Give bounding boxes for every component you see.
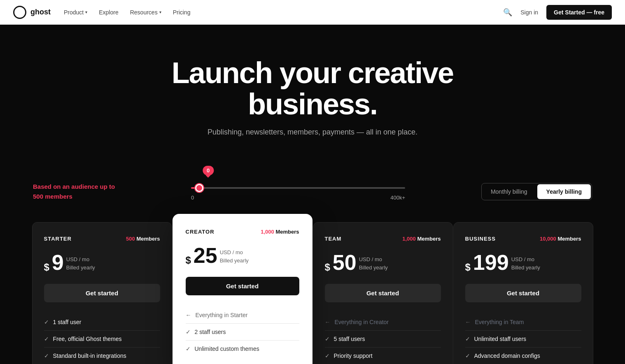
audience-label: Based on an audience up to 500 members	[33, 182, 115, 202]
price-meta-starter: USD / mo Billed yearly	[66, 255, 95, 273]
plan-team: TEAM 1,000 Members $ 50 USD / mo Billed …	[313, 222, 453, 364]
check-icon: ✓	[465, 336, 470, 342]
plan-starter: STARTER 500 Members $ 9 USD / mo Billed …	[32, 222, 172, 364]
nav-explore[interactable]: Explore	[99, 9, 118, 16]
price-dollar-creator: $	[186, 255, 191, 266]
feature-item: ✓ Unlimited staff users	[465, 331, 581, 348]
signin-link[interactable]: Sign in	[520, 9, 538, 16]
chevron-down-icon: ▾	[85, 10, 87, 14]
check-icon: ✓	[465, 352, 470, 359]
plan-name-team: TEAM	[325, 236, 342, 242]
check-icon: ✓	[186, 345, 191, 352]
features-team: ← Everything in Creator ✓ 5 staff users …	[325, 314, 441, 364]
audience-slider[interactable]	[191, 187, 405, 189]
cta-creator[interactable]: Get started	[186, 277, 299, 295]
plan-name-business: BUSINESS	[465, 236, 496, 242]
main-nav: ghost Product ▾ Explore Resources ▾ Pric…	[0, 0, 625, 25]
controls-section: Based on an audience up to 500 members 0…	[0, 182, 625, 222]
nav-pricing[interactable]: Pricing	[173, 9, 191, 16]
hero-headline: Launch your creative business.	[127, 58, 498, 120]
check-icon: ✓	[325, 352, 330, 359]
plan-members-business: 10,000 Members	[540, 236, 581, 242]
check-icon: ✓	[186, 329, 191, 335]
plan-members-starter: 500 Members	[126, 236, 160, 242]
check-icon: ✓	[325, 336, 330, 342]
check-icon: ✓	[44, 352, 49, 359]
price-amount-creator: 25	[194, 245, 217, 266]
plan-creator: CREATOR 1,000 Members $ 25 USD / mo Bill…	[173, 214, 312, 364]
slider-tooltip: 0	[203, 166, 214, 175]
plan-members-team: 1,000 Members	[402, 236, 441, 242]
plan-name-starter: STARTER	[44, 236, 72, 242]
audience-count: 500	[33, 193, 43, 200]
price-amount-team: 50	[333, 252, 357, 273]
logo-text: ghost	[30, 8, 51, 16]
price-meta-team: USD / mo Billed yearly	[359, 255, 388, 273]
price-dollar-business: $	[465, 262, 471, 273]
features-starter: ✓ 1 staff user ✓ Free, official Ghost th…	[44, 314, 160, 364]
nav-product[interactable]: Product ▾	[64, 9, 87, 16]
slider-labels: 0 400k+	[191, 195, 405, 201]
monthly-billing-option[interactable]: Monthly billing	[482, 183, 536, 200]
chevron-down-icon: ▾	[159, 10, 161, 14]
arrow-icon: ←	[465, 319, 471, 325]
cta-team[interactable]: Get started	[325, 284, 441, 302]
plan-business: BUSINESS 10,000 Members $ 199 USD / mo B…	[453, 222, 593, 364]
nav-left: ghost Product ▾ Explore Resources ▾ Pric…	[13, 6, 190, 19]
logo-icon	[13, 6, 26, 19]
plan-name-creator: CREATOR	[186, 229, 215, 235]
features-creator: ← Everything in Starter ✓ 2 staff users …	[186, 307, 299, 357]
feature-item: ✓ Free, official Ghost themes	[44, 331, 160, 348]
feature-item: ← Everything in Team	[465, 314, 581, 331]
feature-item: ✓ Advanced domain configs	[465, 348, 581, 364]
check-icon: ✓	[44, 319, 49, 325]
feature-item: ✓ 1 staff user	[44, 314, 160, 331]
search-button[interactable]: 🔍	[503, 8, 512, 17]
check-icon: ✓	[44, 336, 49, 342]
cta-business[interactable]: Get started	[465, 284, 581, 302]
feature-item: ✓ Standard built-in integrations	[44, 348, 160, 364]
feature-item: ✓ 2 staff users	[186, 324, 299, 341]
billing-toggle: Monthly billing Yearly billing	[481, 183, 592, 200]
cta-starter[interactable]: Get started	[44, 284, 160, 302]
price-meta-creator: USD / mo Billed yearly	[220, 248, 249, 266]
price-dollar-starter: $	[44, 262, 49, 273]
hero-subheadline: Publishing, newsletters, members, paymen…	[13, 128, 612, 137]
price-amount-starter: 9	[52, 252, 64, 273]
nav-links: Product ▾ Explore Resources ▾ Pricing	[64, 9, 190, 16]
yearly-billing-option[interactable]: Yearly billing	[537, 184, 591, 199]
hero-section: Launch your creative business. Publishin…	[0, 25, 625, 182]
slider-wrapper: 0 0 400k+	[191, 183, 405, 201]
plan-members-creator: 1,000 Members	[261, 229, 299, 235]
features-business: ← Everything in Team ✓ Unlimited staff u…	[465, 314, 581, 364]
pricing-section: STARTER 500 Members $ 9 USD / mo Billed …	[0, 222, 625, 364]
nav-resources[interactable]: Resources ▾	[130, 9, 161, 16]
feature-item: ✓ 5 staff users	[325, 331, 441, 348]
arrow-icon: ←	[325, 319, 331, 325]
price-meta-business: USD / mo Billed yearly	[511, 255, 540, 273]
price-amount-business: 199	[473, 252, 509, 273]
arrow-icon: ←	[186, 312, 191, 318]
feature-item: ← Everything in Starter	[186, 307, 299, 324]
price-dollar-team: $	[325, 262, 330, 273]
feature-item: ✓ Priority support	[325, 348, 441, 364]
audience-suffix: members	[45, 193, 72, 200]
feature-item: ✓ Unlimited custom themes	[186, 341, 299, 357]
nav-get-started-button[interactable]: Get Started — free	[546, 5, 612, 20]
logo[interactable]: ghost	[13, 6, 51, 19]
feature-item: ← Everything in Creator	[325, 314, 441, 331]
nav-right: 🔍 Sign in Get Started — free	[503, 5, 612, 20]
